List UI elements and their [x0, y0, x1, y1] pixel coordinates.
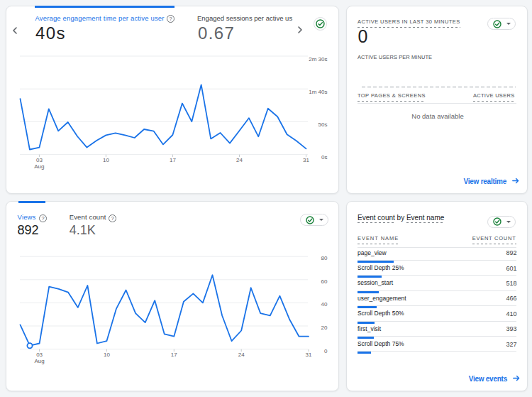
svg-text:17: 17: [170, 157, 176, 163]
svg-text:31: 31: [306, 352, 312, 358]
svg-text:31: 31: [303, 157, 309, 163]
svg-text:10: 10: [103, 157, 109, 163]
svg-text:60: 60: [321, 278, 328, 285]
svg-text:03: 03: [36, 352, 43, 358]
svg-text:Aug: Aug: [34, 358, 44, 364]
svg-text:50s: 50s: [318, 121, 328, 128]
svg-text:10: 10: [104, 352, 110, 358]
svg-text:20: 20: [321, 325, 328, 331]
svg-text:03: 03: [36, 157, 43, 163]
svg-text:24: 24: [236, 157, 243, 163]
svg-text:Aug: Aug: [34, 163, 44, 170]
svg-text:0s: 0s: [321, 154, 327, 161]
svg-text:2m 30s: 2m 30s: [309, 56, 327, 62]
svg-text:24: 24: [238, 352, 245, 358]
svg-text:0: 0: [324, 348, 328, 354]
svg-text:17: 17: [171, 352, 177, 358]
svg-text:80: 80: [321, 255, 328, 261]
svg-text:40: 40: [321, 301, 328, 308]
svg-text:1m 40s: 1m 40s: [309, 89, 327, 95]
